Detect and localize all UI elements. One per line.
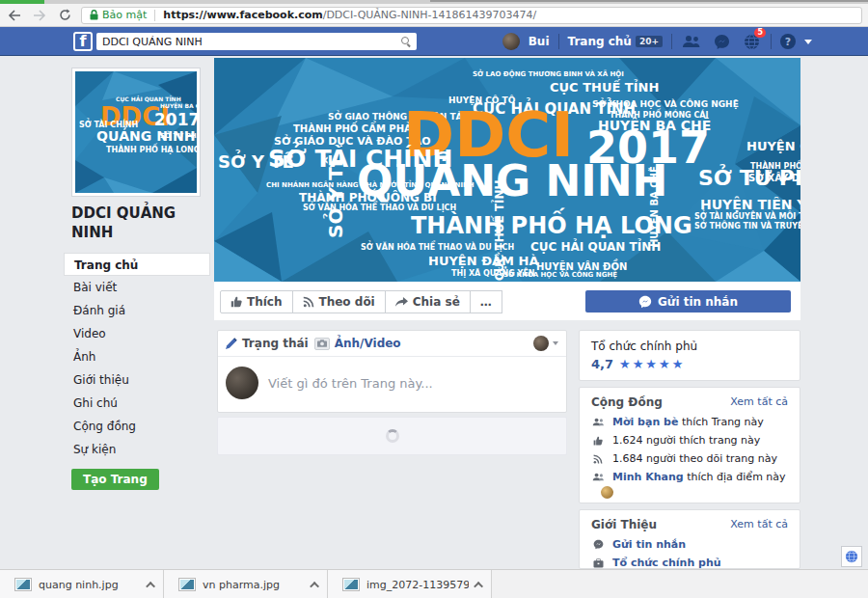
word-cloud-word: SỞ TƯ PHÁP [698,168,800,189]
url-host: https://www.facebook.com [163,9,322,21]
download-item[interactable]: quang ninh.jpg [0,570,164,598]
facebook-logo[interactable]: f [73,32,93,51]
address-divider [154,10,155,21]
loading-spinner-icon [386,429,399,443]
composer-identity-switcher[interactable] [533,336,558,351]
user-name-link[interactable]: Bui [529,35,550,48]
share-arrow-icon [395,296,408,308]
sidebar-item-videos[interactable]: Video [64,322,210,345]
url-text: https://www.facebook.com/DDCI-QUẢNG-NINH… [163,9,536,21]
composer-input-area[interactable]: Viết gì đó trên Trang này... [218,357,566,409]
notifications-globe-icon[interactable]: 5 [741,31,762,52]
rating-stars-icon: ★★★★★ [619,357,685,371]
checkin-user-avatar[interactable] [601,486,613,499]
screen: Bảo mật https://www.facebook.com/DDCI-QU… [0,0,868,598]
checkin-row: Minh Khang thích địa điểm này [580,468,800,486]
address-bar[interactable]: Bảo mật https://www.facebook.com/DDCI-QU… [81,7,862,24]
composer-avatar [226,367,258,399]
about-title: Giới Thiệu [591,518,657,531]
post-composer: Trạng thái Ảnh/Video Viết gì đó trên Tra… [217,330,567,413]
feed-loading-card [217,417,567,455]
about-message-row[interactable]: Gửi tin nhắn [580,535,800,554]
page-profile-picture[interactable]: DDCI2017QUẢNG NINHSỞ TƯ PHÁPTHÀNH PHỐ HẠ… [71,68,201,197]
forward-icon[interactable] [29,6,50,25]
search-icon[interactable] [401,37,411,46]
security-indicator[interactable]: Bảo mật [90,9,147,21]
create-page-button[interactable]: Tạo Trang [71,469,159,490]
category-rating-card: Tổ chức chính phủ 4,7 ★★★★★ [579,330,800,381]
rating-value: 4,7 [591,357,613,371]
friend-requests-icon[interactable] [681,31,702,52]
follow-button[interactable]: Theo dõi [292,290,386,313]
word-cloud-word: HUYỆN CÔ TÔ [746,140,800,152]
community-header: Cộng Đồng Xem tất cả [580,388,800,413]
floating-globe-button[interactable] [841,546,862,567]
back-icon[interactable] [4,6,25,25]
likes-count-text: 1.624 người thích trang này [612,434,760,447]
image-file-icon [343,579,359,590]
rating-row: 4,7 ★★★★★ [591,357,788,371]
sidebar-item-home[interactable]: Trang chủ [64,253,210,276]
word-cloud-word: 2017 [154,112,197,128]
community-title: Cộng Đồng [591,395,663,409]
tab-edge [430,0,868,2]
notification-badge: 5 [754,28,766,38]
sidebar-item-community[interactable]: Cộng đồng [64,415,210,438]
cover-photo[interactable]: SỞ LAO ĐỘNG THƯƠNG BINH VÀ XÃ HỘICỤC THU… [214,58,800,282]
browser-toolbar: Bảo mật https://www.facebook.com/DDCI-QU… [0,4,868,27]
followers-count-row: 1.684 người theo dõi trang này [580,449,800,468]
sidebar-item-reviews[interactable]: Đánh giá [64,299,210,322]
tab-photo-video[interactable]: Ảnh/Video [314,337,401,350]
follow-label: Theo dõi [319,295,375,309]
account-menu-caret-icon[interactable] [804,40,812,44]
word-cloud-word: SỞ TƯ PHÁP [160,133,197,140]
chevron-up-icon[interactable] [146,581,155,590]
like-button[interactable]: Thích [220,290,293,313]
checkin-rest: thích địa điểm này [684,471,786,483]
followers-count-text: 1.684 người theo dõi trang này [612,452,777,465]
community-card: Cộng Đồng Xem tất cả Mời bạn bè thích Tr… [579,387,800,503]
download-item[interactable]: img_2072-1139579.jpg [328,570,492,598]
community-see-all-link[interactable]: Xem tất cả [730,395,788,409]
word-cloud-word: CỤC HẢI QUAN TỈNH [530,241,661,253]
chevron-up-icon[interactable] [310,581,319,590]
tab-status-label: Trạng thái [242,337,309,350]
image-file-icon [15,579,31,590]
sidebar-item-photos[interactable]: Ảnh [64,345,210,368]
about-see-all-link[interactable]: Xem tất cả [730,518,788,531]
image-file-icon [179,579,195,590]
thumb-up-icon [591,436,605,446]
lock-icon [90,10,98,20]
user-avatar[interactable] [502,33,520,50]
page-title: DDCI QUẢNG NINH [71,204,206,242]
sidebar-item-events[interactable]: Sự kiện [64,438,210,461]
help-icon[interactable]: ? [780,34,796,49]
word-cloud-word: SỞ TÀI CHÍNH [79,122,138,129]
chevron-up-icon[interactable] [474,581,483,590]
more-button[interactable]: … [470,290,502,313]
reload-icon[interactable] [54,6,75,25]
tab-photo-label: Ảnh/Video [335,337,401,350]
invite-friends-link[interactable]: Mời bạn bè [612,416,678,428]
share-button[interactable]: Chia sẻ [385,290,471,313]
tab-status[interactable]: Trạng thái [226,337,309,350]
search-input[interactable] [96,36,401,48]
word-cloud-word: HUYỆN BA CHẼ [650,166,660,247]
search-box [96,33,417,50]
word-cloud-word: SỞ KHOA HỌC VÀ CÔNG NGHỆ [592,100,739,109]
sidebar-item-posts[interactable]: Bài viết [64,276,210,299]
messenger-icon[interactable] [711,31,732,52]
invite-friends-row[interactable]: Mời bạn bè thích Trang này [580,413,800,431]
url-path: /DDCI-QUẢNG-NINH-141861439703474/ [323,9,537,21]
sidebar-item-about[interactable]: Giới thiệu [64,368,210,392]
sidebar-item-notes[interactable]: Ghi chú [64,392,210,415]
download-item[interactable]: vn pharma.jpg [164,570,328,598]
send-message-button[interactable]: Gửi tin nhắn [585,290,791,313]
word-cloud-word: SỞ Y TẾ [326,153,345,238]
checkin-user-link[interactable]: Minh Khang [612,471,684,483]
word-cloud-word: HUYỆN ĐẦM HÀ [428,255,539,267]
download-filename: vn pharma.jpg [203,579,305,591]
word-cloud-word: CỤC THUẾ TỈNH [494,179,505,281]
home-link[interactable]: Trang chủ 20+ [568,35,663,48]
about-category-link: Tổ chức chính phủ [612,557,721,569]
